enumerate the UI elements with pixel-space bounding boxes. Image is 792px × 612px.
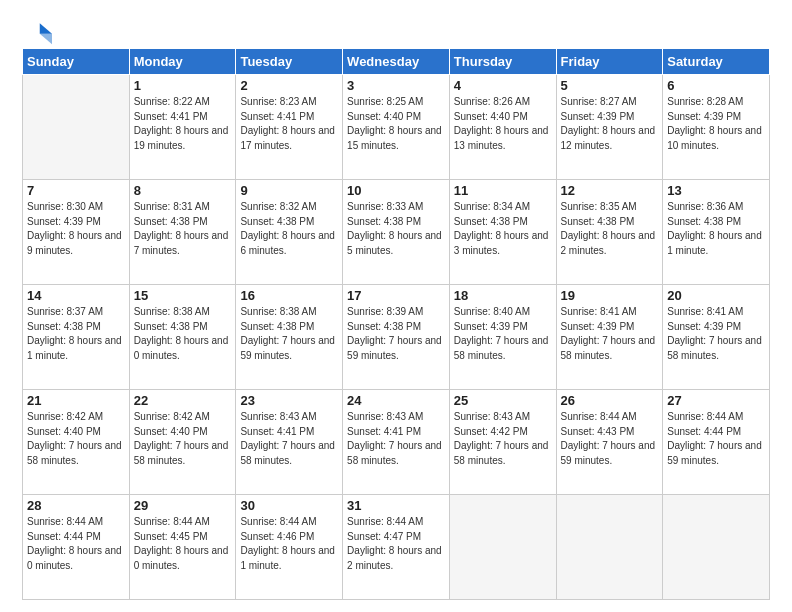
weekday-header: Thursday: [449, 49, 556, 75]
calendar-cell: 28Sunrise: 8:44 AMSunset: 4:44 PMDayligh…: [23, 495, 130, 600]
calendar-cell: 13Sunrise: 8:36 AMSunset: 4:38 PMDayligh…: [663, 180, 770, 285]
weekday-header: Tuesday: [236, 49, 343, 75]
day-number: 15: [134, 288, 232, 303]
day-info: Sunrise: 8:27 AMSunset: 4:39 PMDaylight:…: [561, 95, 659, 153]
day-number: 23: [240, 393, 338, 408]
day-info: Sunrise: 8:44 AMSunset: 4:47 PMDaylight:…: [347, 515, 445, 573]
calendar-cell: 19Sunrise: 8:41 AMSunset: 4:39 PMDayligh…: [556, 285, 663, 390]
day-number: 21: [27, 393, 125, 408]
day-number: 16: [240, 288, 338, 303]
day-number: 6: [667, 78, 765, 93]
day-number: 27: [667, 393, 765, 408]
calendar-cell: [449, 495, 556, 600]
day-info: Sunrise: 8:40 AMSunset: 4:39 PMDaylight:…: [454, 305, 552, 363]
calendar-cell: 23Sunrise: 8:43 AMSunset: 4:41 PMDayligh…: [236, 390, 343, 495]
day-number: 20: [667, 288, 765, 303]
calendar-cell: 21Sunrise: 8:42 AMSunset: 4:40 PMDayligh…: [23, 390, 130, 495]
day-number: 13: [667, 183, 765, 198]
day-info: Sunrise: 8:41 AMSunset: 4:39 PMDaylight:…: [667, 305, 765, 363]
weekday-header: Saturday: [663, 49, 770, 75]
logo: [22, 18, 52, 42]
logo-icon: [24, 18, 52, 46]
day-info: Sunrise: 8:38 AMSunset: 4:38 PMDaylight:…: [134, 305, 232, 363]
calendar-cell: 12Sunrise: 8:35 AMSunset: 4:38 PMDayligh…: [556, 180, 663, 285]
day-number: 10: [347, 183, 445, 198]
calendar: SundayMondayTuesdayWednesdayThursdayFrid…: [22, 48, 770, 600]
weekday-header-row: SundayMondayTuesdayWednesdayThursdayFrid…: [23, 49, 770, 75]
calendar-cell: 5Sunrise: 8:27 AMSunset: 4:39 PMDaylight…: [556, 75, 663, 180]
day-number: 26: [561, 393, 659, 408]
day-info: Sunrise: 8:33 AMSunset: 4:38 PMDaylight:…: [347, 200, 445, 258]
day-number: 5: [561, 78, 659, 93]
day-number: 1: [134, 78, 232, 93]
calendar-cell: 27Sunrise: 8:44 AMSunset: 4:44 PMDayligh…: [663, 390, 770, 495]
calendar-week-row: 14Sunrise: 8:37 AMSunset: 4:38 PMDayligh…: [23, 285, 770, 390]
calendar-cell: 25Sunrise: 8:43 AMSunset: 4:42 PMDayligh…: [449, 390, 556, 495]
day-info: Sunrise: 8:22 AMSunset: 4:41 PMDaylight:…: [134, 95, 232, 153]
day-info: Sunrise: 8:30 AMSunset: 4:39 PMDaylight:…: [27, 200, 125, 258]
day-info: Sunrise: 8:36 AMSunset: 4:38 PMDaylight:…: [667, 200, 765, 258]
day-info: Sunrise: 8:42 AMSunset: 4:40 PMDaylight:…: [27, 410, 125, 468]
header: [22, 18, 770, 42]
weekday-header: Sunday: [23, 49, 130, 75]
day-info: Sunrise: 8:31 AMSunset: 4:38 PMDaylight:…: [134, 200, 232, 258]
day-number: 11: [454, 183, 552, 198]
calendar-cell: 18Sunrise: 8:40 AMSunset: 4:39 PMDayligh…: [449, 285, 556, 390]
day-info: Sunrise: 8:35 AMSunset: 4:38 PMDaylight:…: [561, 200, 659, 258]
calendar-cell: 4Sunrise: 8:26 AMSunset: 4:40 PMDaylight…: [449, 75, 556, 180]
day-number: 2: [240, 78, 338, 93]
day-info: Sunrise: 8:32 AMSunset: 4:38 PMDaylight:…: [240, 200, 338, 258]
calendar-cell: 3Sunrise: 8:25 AMSunset: 4:40 PMDaylight…: [343, 75, 450, 180]
day-number: 14: [27, 288, 125, 303]
calendar-cell: 20Sunrise: 8:41 AMSunset: 4:39 PMDayligh…: [663, 285, 770, 390]
day-number: 29: [134, 498, 232, 513]
calendar-cell: 2Sunrise: 8:23 AMSunset: 4:41 PMDaylight…: [236, 75, 343, 180]
calendar-cell: 10Sunrise: 8:33 AMSunset: 4:38 PMDayligh…: [343, 180, 450, 285]
day-info: Sunrise: 8:39 AMSunset: 4:38 PMDaylight:…: [347, 305, 445, 363]
calendar-cell: [663, 495, 770, 600]
day-info: Sunrise: 8:23 AMSunset: 4:41 PMDaylight:…: [240, 95, 338, 153]
calendar-cell: 22Sunrise: 8:42 AMSunset: 4:40 PMDayligh…: [129, 390, 236, 495]
day-number: 9: [240, 183, 338, 198]
day-info: Sunrise: 8:42 AMSunset: 4:40 PMDaylight:…: [134, 410, 232, 468]
calendar-cell: 15Sunrise: 8:38 AMSunset: 4:38 PMDayligh…: [129, 285, 236, 390]
day-number: 22: [134, 393, 232, 408]
calendar-cell: 6Sunrise: 8:28 AMSunset: 4:39 PMDaylight…: [663, 75, 770, 180]
calendar-cell: 7Sunrise: 8:30 AMSunset: 4:39 PMDaylight…: [23, 180, 130, 285]
weekday-header: Monday: [129, 49, 236, 75]
calendar-week-row: 7Sunrise: 8:30 AMSunset: 4:39 PMDaylight…: [23, 180, 770, 285]
day-info: Sunrise: 8:43 AMSunset: 4:41 PMDaylight:…: [347, 410, 445, 468]
calendar-cell: 26Sunrise: 8:44 AMSunset: 4:43 PMDayligh…: [556, 390, 663, 495]
calendar-cell: 8Sunrise: 8:31 AMSunset: 4:38 PMDaylight…: [129, 180, 236, 285]
calendar-week-row: 21Sunrise: 8:42 AMSunset: 4:40 PMDayligh…: [23, 390, 770, 495]
day-number: 18: [454, 288, 552, 303]
day-info: Sunrise: 8:44 AMSunset: 4:44 PMDaylight:…: [667, 410, 765, 468]
calendar-cell: [23, 75, 130, 180]
day-number: 19: [561, 288, 659, 303]
day-info: Sunrise: 8:37 AMSunset: 4:38 PMDaylight:…: [27, 305, 125, 363]
calendar-cell: 11Sunrise: 8:34 AMSunset: 4:38 PMDayligh…: [449, 180, 556, 285]
day-info: Sunrise: 8:26 AMSunset: 4:40 PMDaylight:…: [454, 95, 552, 153]
day-number: 31: [347, 498, 445, 513]
day-info: Sunrise: 8:44 AMSunset: 4:46 PMDaylight:…: [240, 515, 338, 573]
svg-marker-1: [40, 34, 52, 45]
day-info: Sunrise: 8:28 AMSunset: 4:39 PMDaylight:…: [667, 95, 765, 153]
day-info: Sunrise: 8:43 AMSunset: 4:41 PMDaylight:…: [240, 410, 338, 468]
weekday-header: Wednesday: [343, 49, 450, 75]
page: SundayMondayTuesdayWednesdayThursdayFrid…: [0, 0, 792, 612]
day-info: Sunrise: 8:44 AMSunset: 4:43 PMDaylight:…: [561, 410, 659, 468]
calendar-cell: 14Sunrise: 8:37 AMSunset: 4:38 PMDayligh…: [23, 285, 130, 390]
calendar-cell: 9Sunrise: 8:32 AMSunset: 4:38 PMDaylight…: [236, 180, 343, 285]
day-info: Sunrise: 8:25 AMSunset: 4:40 PMDaylight:…: [347, 95, 445, 153]
day-number: 8: [134, 183, 232, 198]
day-number: 30: [240, 498, 338, 513]
calendar-cell: 29Sunrise: 8:44 AMSunset: 4:45 PMDayligh…: [129, 495, 236, 600]
calendar-cell: 31Sunrise: 8:44 AMSunset: 4:47 PMDayligh…: [343, 495, 450, 600]
day-info: Sunrise: 8:38 AMSunset: 4:38 PMDaylight:…: [240, 305, 338, 363]
calendar-cell: 30Sunrise: 8:44 AMSunset: 4:46 PMDayligh…: [236, 495, 343, 600]
day-info: Sunrise: 8:34 AMSunset: 4:38 PMDaylight:…: [454, 200, 552, 258]
calendar-cell: 17Sunrise: 8:39 AMSunset: 4:38 PMDayligh…: [343, 285, 450, 390]
day-info: Sunrise: 8:44 AMSunset: 4:45 PMDaylight:…: [134, 515, 232, 573]
day-number: 7: [27, 183, 125, 198]
day-number: 4: [454, 78, 552, 93]
